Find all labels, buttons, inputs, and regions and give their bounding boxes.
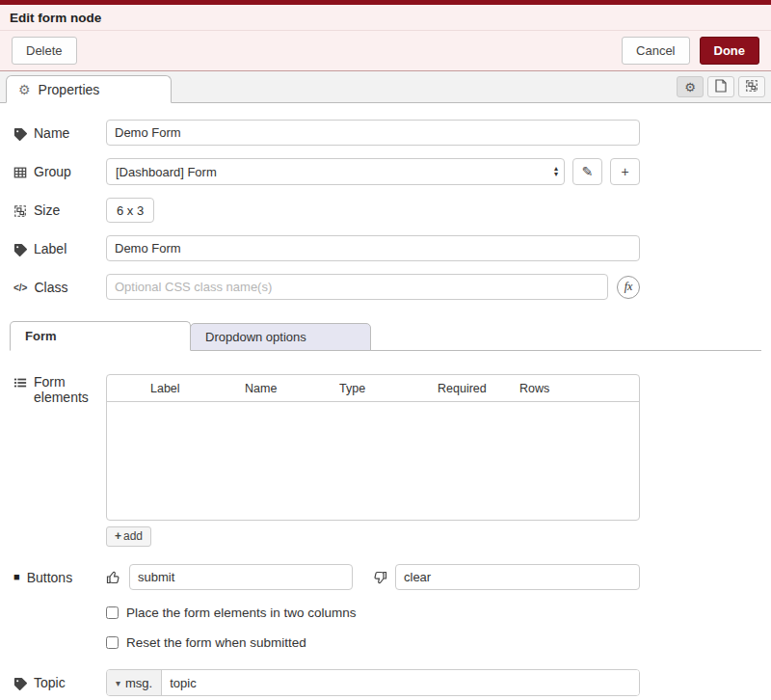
- form-elements-list[interactable]: Label Name Type Required Rows: [106, 374, 640, 521]
- object-group-icon: [745, 79, 758, 95]
- class-row: </> Class fx: [13, 274, 640, 300]
- thumbs-down-icon: [372, 570, 387, 585]
- two-columns-label: Place the form elements in two columns: [126, 606, 357, 620]
- add-element-button[interactable]: +add: [106, 526, 151, 547]
- node-settings-button[interactable]: ⚙: [677, 76, 704, 97]
- column-rows: Rows: [519, 382, 577, 395]
- pencil-icon: ✎: [582, 164, 594, 179]
- form-elements-headers: Label Name Type Required Rows: [107, 375, 639, 402]
- reset-form-label: Reset the form when submitted: [126, 635, 306, 650]
- plus-icon: +: [115, 529, 121, 543]
- column-label: Label: [150, 382, 245, 395]
- tag-icon: [13, 127, 27, 141]
- topic-type-value: msg.: [125, 676, 152, 690]
- topic-input[interactable]: [162, 670, 639, 695]
- object-group-icon: [13, 204, 27, 218]
- topic-row: Topic ▾ msg.: [13, 669, 640, 696]
- tag-icon: [13, 243, 27, 256]
- cog-icon: ⚙: [18, 82, 31, 97]
- clear-button-label-input[interactable]: [395, 564, 640, 590]
- group-select[interactable]: [Dashboard] Form ▴▾: [106, 158, 565, 185]
- document-icon: [715, 79, 727, 95]
- node-description-button[interactable]: [707, 76, 734, 97]
- form-elements-label: Form elements: [13, 374, 106, 405]
- form-elements-row: Form elements Label Name Type Required R…: [13, 374, 640, 547]
- done-button[interactable]: Done: [700, 37, 760, 65]
- tab-properties[interactable]: ⚙ Properties: [6, 75, 172, 103]
- two-columns-checkbox[interactable]: [106, 606, 119, 619]
- thumbs-up-icon: [106, 570, 121, 585]
- subtab-form[interactable]: Form: [10, 321, 191, 351]
- label-row: Label: [13, 235, 640, 261]
- name-row: Name: [13, 120, 640, 146]
- submit-button-label-input[interactable]: [129, 564, 353, 590]
- form-subtabs: Form Dropdown options: [10, 319, 761, 351]
- subtab-dropdown-options[interactable]: Dropdown options: [190, 323, 371, 351]
- label-label: Label: [13, 241, 106, 256]
- class-input[interactable]: [106, 274, 608, 300]
- code-icon: </>: [13, 283, 27, 293]
- plus-icon: +: [621, 164, 628, 179]
- edit-group-button[interactable]: ✎: [572, 158, 602, 185]
- fx-icon: fx: [625, 280, 633, 294]
- group-label: Group: [13, 164, 106, 179]
- delete-button[interactable]: Delete: [12, 37, 77, 65]
- list-icon: [13, 376, 27, 390]
- table-icon: [13, 166, 27, 179]
- column-type: Type: [339, 382, 438, 395]
- size-label: Size: [13, 202, 106, 218]
- tag-icon: [13, 677, 27, 690]
- column-required: Required: [438, 382, 519, 395]
- properties-panel: Name Group [Dashboard] Form ▴▾ ✎ +: [0, 103, 771, 696]
- buttons-row: ■ Buttons: [13, 564, 640, 590]
- chevron-down-icon: ▾: [116, 678, 120, 688]
- reset-form-option: Reset the form when submitted: [106, 635, 758, 650]
- dialog-buttonbar: Delete Cancel Done: [0, 31, 771, 71]
- size-button[interactable]: 6 x 3: [106, 198, 154, 223]
- tab-mini-buttons: ⚙: [677, 76, 765, 102]
- topic-type-button[interactable]: ▾ msg.: [107, 670, 162, 695]
- square-icon: ■: [13, 571, 20, 582]
- class-label: </> Class: [13, 280, 106, 295]
- two-columns-option: Place the form elements in two columns: [106, 606, 758, 620]
- expression-button[interactable]: fx: [617, 276, 640, 299]
- dialog-titlebar: Edit form node: [0, 5, 771, 31]
- topic-typed-input: ▾ msg.: [106, 669, 640, 696]
- group-row: Group [Dashboard] Form ▴▾ ✎ +: [13, 158, 640, 185]
- reset-form-checkbox[interactable]: [106, 636, 119, 649]
- topic-label: Topic: [13, 675, 106, 690]
- size-row: Size 6 x 3: [13, 198, 640, 223]
- node-appearance-button[interactable]: [738, 76, 765, 97]
- group-select-value: [Dashboard] Form: [116, 165, 217, 179]
- cancel-button[interactable]: Cancel: [622, 37, 689, 65]
- column-name: Name: [245, 382, 339, 395]
- name-label: Name: [13, 125, 106, 141]
- label-input[interactable]: [106, 235, 640, 261]
- tab-properties-label: Properties: [39, 82, 100, 97]
- name-input[interactable]: [106, 120, 640, 146]
- add-group-button[interactable]: +: [610, 158, 640, 185]
- dialog-title: Edit form node: [10, 11, 101, 25]
- gear-icon: ⚙: [684, 80, 696, 94]
- edit-tabbar: ⚙ Properties ⚙: [0, 71, 771, 103]
- form-elements-empty-body: [107, 402, 639, 516]
- buttons-label: ■ Buttons: [13, 570, 106, 585]
- select-arrows-icon: ▴▾: [554, 166, 558, 177]
